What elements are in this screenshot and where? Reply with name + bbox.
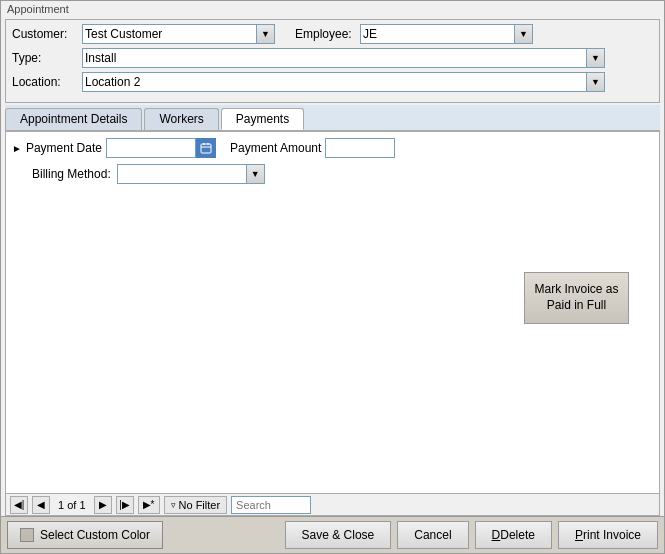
calendar-button[interactable] — [196, 138, 216, 158]
billing-method-row: Billing Method: ▼ — [32, 164, 653, 184]
svg-rect-0 — [201, 144, 211, 153]
mark-invoice-button[interactable]: Mark Invoice as Paid in Full — [524, 272, 629, 324]
record-first-btn[interactable]: ◀| — [10, 496, 28, 514]
customer-input[interactable] — [82, 24, 257, 44]
search-input[interactable] — [231, 496, 311, 514]
payment-date-input[interactable] — [106, 138, 196, 158]
type-input-wrap: ▼ — [82, 48, 605, 68]
payment-amount-input[interactable] — [325, 138, 395, 158]
customer-input-wrap: ▼ — [82, 24, 275, 44]
appointment-section: Customer: ▼ Employee: ▼ Type: ▼ Loc — [5, 19, 660, 103]
customer-label: Customer: — [12, 27, 82, 41]
customer-dropdown-btn[interactable]: ▼ — [257, 24, 275, 44]
save-close-label: Save & Close — [302, 528, 375, 542]
record-navigation-row: ◀| ◀ 1 of 1 ▶ |▶ ▶* ▿ No Filter — [6, 493, 659, 515]
employee-dropdown-btn[interactable]: ▼ — [515, 24, 533, 44]
color-swatch-icon — [20, 528, 34, 542]
record-new-btn[interactable]: ▶* — [138, 496, 160, 514]
payment-date-amount-row: ► Payment Date Payment Amount — [12, 138, 653, 158]
save-close-button[interactable]: Save & Close — [285, 521, 392, 549]
print-invoice-button[interactable]: Print Invoice — [558, 521, 658, 549]
payment-content: ► Payment Date Payment Amount Billing Me… — [6, 132, 659, 493]
bottom-toolbar: Select Custom Color Save & Close Cancel … — [1, 516, 664, 553]
main-window: Appointment Customer: ▼ Employee: ▼ Type… — [0, 0, 665, 554]
payment-panel: ► Payment Date Payment Amount Billing Me… — [5, 131, 660, 516]
employee-label: Employee: — [295, 27, 360, 41]
print-invoice-label: Print Invoice — [575, 528, 641, 542]
expand-triangle-icon: ► — [12, 143, 22, 154]
record-prev-btn[interactable]: ◀ — [32, 496, 50, 514]
record-last-btn[interactable]: |▶ — [116, 496, 134, 514]
delete-button[interactable]: DDelete — [475, 521, 552, 549]
billing-method-input-wrap: ▼ — [117, 164, 265, 184]
select-custom-color-button[interactable]: Select Custom Color — [7, 521, 163, 549]
location-input-wrap: ▼ — [82, 72, 605, 92]
billing-method-label: Billing Method: — [32, 167, 111, 181]
location-input[interactable] — [82, 72, 587, 92]
tab-payments[interactable]: Payments — [221, 108, 304, 130]
customer-row: Customer: ▼ Employee: ▼ — [12, 24, 653, 44]
location-row: Location: ▼ — [12, 72, 653, 92]
employee-input[interactable] — [360, 24, 515, 44]
cancel-label: Cancel — [414, 528, 451, 542]
cancel-button[interactable]: Cancel — [397, 521, 468, 549]
location-label: Location: — [12, 75, 82, 89]
type-dropdown-btn[interactable]: ▼ — [587, 48, 605, 68]
record-counter: 1 of 1 — [58, 499, 86, 511]
type-row: Type: ▼ — [12, 48, 653, 68]
no-filter-button[interactable]: ▿ No Filter — [164, 496, 228, 514]
location-dropdown-btn[interactable]: ▼ — [587, 72, 605, 92]
employee-input-wrap: ▼ — [360, 24, 533, 44]
payment-date-label: Payment Date — [26, 141, 102, 155]
employee-section: Employee: ▼ — [295, 24, 533, 44]
delete-label: DDelete — [492, 528, 535, 542]
funnel-icon: ▿ — [171, 500, 176, 510]
tab-workers[interactable]: Workers — [144, 108, 218, 130]
type-label: Type: — [12, 51, 82, 65]
record-next-btn[interactable]: ▶ — [94, 496, 112, 514]
type-input[interactable] — [82, 48, 587, 68]
tabs-area: Appointment Details Workers Payments — [5, 105, 660, 131]
no-filter-label: No Filter — [179, 499, 221, 511]
billing-method-dropdown-btn[interactable]: ▼ — [247, 164, 265, 184]
billing-method-input[interactable] — [117, 164, 247, 184]
tab-appointment-details[interactable]: Appointment Details — [5, 108, 142, 130]
appointment-section-label: Appointment — [1, 1, 664, 15]
payment-amount-label: Payment Amount — [230, 141, 321, 155]
custom-color-label: Select Custom Color — [40, 528, 150, 542]
